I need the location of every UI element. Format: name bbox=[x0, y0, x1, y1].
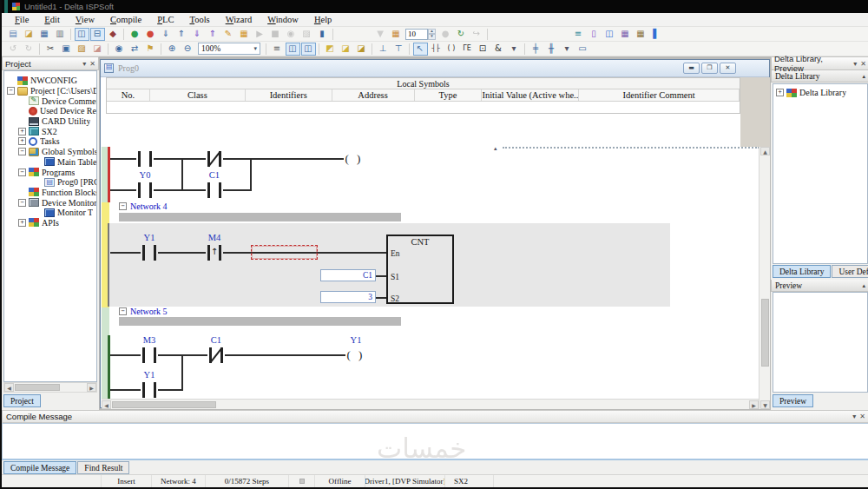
tab-user-defi[interactable]: User Defi bbox=[832, 265, 868, 278]
print-button[interactable]: ▥ bbox=[53, 28, 68, 41]
stop-communication-button[interactable]: ● bbox=[143, 28, 158, 41]
close-icon[interactable]: ✕ bbox=[860, 60, 866, 68]
select-tool-button[interactable]: ↖ bbox=[413, 43, 428, 56]
menu-view[interactable]: View bbox=[68, 15, 102, 24]
column-header-identifier-comment[interactable]: Identifier Comment bbox=[579, 89, 740, 101]
ladder-vscrollbar[interactable]: ▲ ▼ bbox=[759, 147, 770, 409]
download-project-button[interactable]: ⇓ bbox=[190, 28, 205, 41]
menu-compile[interactable]: Compile bbox=[102, 15, 149, 24]
column-header-address[interactable]: Address bbox=[332, 89, 415, 101]
instruction-tool-button[interactable]: ΓE bbox=[460, 43, 475, 56]
contact-y1[interactable] bbox=[141, 244, 158, 261]
local-symbols-empty-row[interactable] bbox=[107, 102, 740, 113]
operand-box[interactable]: C1 bbox=[320, 269, 376, 281]
contact-tool-button[interactable]: ┤├ bbox=[429, 43, 444, 56]
output-coil-y1[interactable]: ( ) bbox=[345, 347, 366, 363]
tool-dropdown-button[interactable]: ▾ bbox=[507, 43, 522, 56]
network-comment-bar[interactable] bbox=[119, 317, 401, 326]
close-button[interactable]: ✕ bbox=[720, 63, 736, 74]
tree-item-project-c-users-del[interactable]: −Project [C:\Users\DEL bbox=[4, 86, 96, 96]
online-monitor-button[interactable]: ≡ bbox=[571, 28, 586, 41]
collapse-network-icon[interactable]: − bbox=[119, 307, 127, 315]
network-comment-bar[interactable] bbox=[119, 213, 401, 221]
edit-comment-button[interactable]: ≡ bbox=[270, 43, 285, 56]
edit-register-memory-button[interactable]: ✎ bbox=[221, 28, 236, 41]
collapse-icon[interactable]: ▴ bbox=[862, 282, 865, 289]
collapse-network-icon[interactable]: − bbox=[119, 202, 127, 210]
pin-icon[interactable]: ▾ bbox=[852, 413, 856, 420]
menu-tools[interactable]: Tools bbox=[181, 15, 217, 24]
run-plc-button[interactable]: ▶ bbox=[253, 28, 267, 41]
cut-button[interactable]: ✂ bbox=[43, 43, 58, 56]
view-vertical-button[interactable]: ◫ bbox=[75, 28, 89, 41]
contact-c1[interactable] bbox=[206, 182, 223, 199]
selection-cursor[interactable] bbox=[251, 245, 318, 260]
cnt-instruction-block[interactable]: CNTEnS1S2 bbox=[386, 235, 454, 304]
tab-compile-message[interactable]: Compile Message bbox=[3, 461, 76, 474]
pin-icon[interactable]: ▾ bbox=[82, 60, 86, 68]
undo-button[interactable]: ↺ bbox=[6, 43, 21, 56]
tree-item-used-device-rep[interactable]: Used Device Rep bbox=[4, 106, 96, 116]
maximize-button[interactable]: ❐ bbox=[701, 63, 718, 74]
tree-item-prog0-prg[interactable]: Prog0 [PRG bbox=[4, 177, 96, 188]
contact[interactable] bbox=[136, 150, 154, 168]
device-log-button[interactable]: ▦ bbox=[389, 28, 404, 41]
filter-button[interactable]: ▼ bbox=[373, 28, 388, 41]
expander-plus[interactable]: + bbox=[776, 89, 784, 96]
refresh-interval-input[interactable] bbox=[405, 29, 428, 40]
splitter[interactable] bbox=[503, 147, 760, 149]
expander-plus[interactable]: + bbox=[18, 137, 26, 145]
nc-contact[interactable] bbox=[206, 150, 223, 168]
expander-plus[interactable]: + bbox=[18, 219, 26, 227]
rung-comment-button[interactable]: ◪ bbox=[354, 43, 369, 56]
tree-item-device-monitor[interactable]: −Device Monitor bbox=[4, 197, 96, 208]
monitor-window-button[interactable]: ◫ bbox=[602, 28, 617, 41]
close-icon[interactable]: ✕ bbox=[89, 60, 95, 68]
chevron-down-icon[interactable]: ▾ bbox=[253, 45, 257, 52]
copy-button[interactable]: ▣ bbox=[59, 43, 74, 56]
bookmark-button[interactable]: ⚑ bbox=[143, 43, 158, 56]
column-header-no[interactable]: No. bbox=[107, 89, 150, 101]
delete-vertical-line-button[interactable]: ╫ bbox=[544, 43, 559, 56]
download-program-button[interactable]: ⇓ bbox=[159, 28, 174, 41]
tree-item-apis[interactable]: +APIs bbox=[4, 218, 96, 228]
pin-icon[interactable]: ▾ bbox=[853, 60, 857, 68]
zoom-level-combobox[interactable]: 100%▾ bbox=[198, 43, 260, 55]
prog0-titlebar[interactable]: Prog0 bbox=[101, 60, 769, 77]
menu-help[interactable]: Help bbox=[306, 15, 339, 24]
paste-button[interactable]: ▨ bbox=[75, 43, 89, 56]
menu-file[interactable]: File bbox=[7, 15, 36, 24]
menu-plc[interactable]: PLC bbox=[149, 15, 181, 24]
trend-chart-button[interactable]: ▌ bbox=[649, 28, 664, 41]
ladder-hscrollbar[interactable]: ◀ ▶ bbox=[102, 399, 759, 409]
tree-item-function-blocks[interactable]: Function Blocks bbox=[4, 188, 96, 198]
insert-vertical-line-button[interactable]: ╪ bbox=[529, 43, 543, 56]
tab-project[interactable]: Project bbox=[3, 394, 41, 407]
communication-setting-button[interactable]: ● bbox=[128, 28, 142, 41]
column-header-type[interactable]: Type bbox=[415, 89, 483, 101]
erase-button[interactable]: ◪ bbox=[90, 43, 105, 56]
coil-tool-button[interactable]: ( ) bbox=[444, 43, 459, 56]
zoom-in-button[interactable]: ⊕ bbox=[165, 43, 180, 56]
expander-minus[interactable]: − bbox=[18, 199, 26, 207]
menu-edit[interactable]: Edit bbox=[36, 15, 68, 24]
register-editor-button[interactable]: ▦ bbox=[237, 28, 252, 41]
device-table-button[interactable]: ▦ bbox=[634, 28, 648, 41]
tab-delta-library[interactable]: Delta Library bbox=[773, 265, 831, 278]
jump-button[interactable]: ↪ bbox=[470, 28, 484, 41]
save-button[interactable]: ▦ bbox=[37, 28, 52, 41]
ladder-mode-button[interactable]: ◫ bbox=[286, 43, 300, 56]
tree-item-delta-library[interactable]: + Delta Library bbox=[773, 88, 867, 98]
close-project-button[interactable]: ◆ bbox=[106, 28, 121, 41]
edit-online-button[interactable]: ▨ bbox=[299, 28, 314, 41]
online-mode-button[interactable]: ◉ bbox=[284, 28, 299, 41]
spin-down-icon[interactable]: ▼ bbox=[428, 34, 436, 40]
tree-item-global-symbols[interactable]: −Global Symbols bbox=[4, 147, 96, 157]
tree-item-monitor-t[interactable]: Monitor T bbox=[4, 208, 96, 218]
column-header-class[interactable]: Class bbox=[150, 89, 246, 101]
line-dropdown-button[interactable]: ▾ bbox=[560, 43, 575, 56]
tree-item-card-utility[interactable]: CARD Utility bbox=[4, 116, 96, 127]
output-coil[interactable]: ( ) bbox=[344, 151, 365, 167]
column-header-identifiers[interactable]: Identifiers bbox=[246, 89, 332, 101]
find-button[interactable]: ◉ bbox=[112, 43, 127, 56]
